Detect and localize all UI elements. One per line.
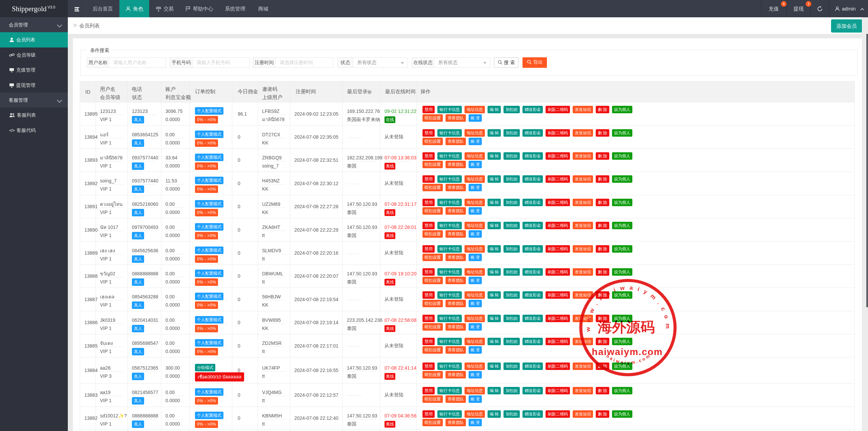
- svg-text:海外源码: 海外源码: [597, 319, 655, 335]
- svg-text:haiwaiym.com: haiwaiym.com: [592, 347, 663, 357]
